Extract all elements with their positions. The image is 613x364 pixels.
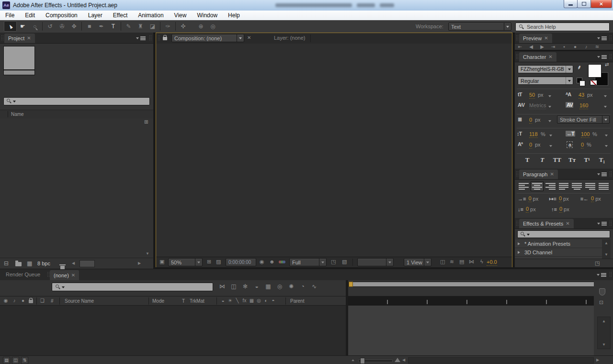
expand-layer-switches-toggle[interactable]: ▤ [3,357,10,364]
timeline-track-area[interactable] [348,306,594,355]
close-icon[interactable]: ✕ [550,170,554,179]
panel-gripper[interactable] [516,171,518,177]
tab-effects-presets[interactable]: Effects & Presets ✕ [519,219,574,228]
tracking-value[interactable]: 160 [579,102,588,109]
timeline-horizontal-scrollbar[interactable] [408,357,594,364]
scroll-down-icon[interactable]: ▼ [602,252,611,257]
panel-gripper[interactable] [516,54,518,60]
audio-toggle-button[interactable]: ♪ [583,44,590,50]
justify-last-right-button[interactable] [584,182,596,191]
stroke-mode-dropdown[interactable]: Stroke Over Fill [557,115,610,124]
snapshot-camera-icon[interactable]: ◉ [260,259,264,265]
vertical-scale-value[interactable]: 118 [529,131,538,138]
toolbar-separator[interactable] [42,22,43,31]
twirl-right-icon[interactable] [518,251,522,254]
chevron-down-icon[interactable] [548,120,551,124]
grid-icon[interactable]: ▨ [216,259,221,265]
tab-layer[interactable]: Layer: (none) [274,35,305,41]
close-icon[interactable]: ✕ [544,34,548,43]
video-eye-icon[interactable]: ◉ [3,298,9,303]
type-tool[interactable]: T [107,22,119,31]
chevron-down-icon[interactable] [604,106,607,109]
comp-button-icon[interactable]: ⊡ [599,299,613,306]
toolbar-separator[interactable] [81,22,82,31]
panel-menu-icon[interactable] [597,221,607,227]
audio-icon[interactable]: ♪ [11,298,17,303]
eraser-tool[interactable]: ◪ [147,22,159,31]
comp-marker-bin-icon[interactable] [599,288,605,296]
panel-gripper[interactable] [1,35,3,41]
zoom-tool[interactable]: ○ [29,22,41,31]
indent-left-margin-field[interactable]: →≡ 0 px [518,195,549,202]
font-size-value[interactable]: 50 [529,92,535,99]
font-family-dropdown[interactable]: FZZhengHeiS-R-GB [518,65,573,73]
panel-gripper[interactable] [516,220,518,227]
safe-zones-icon[interactable]: ⊞ [207,259,211,265]
space-before-field[interactable]: ↓≡ 0 px [518,206,551,213]
scroll-right-icon[interactable]: ▶ [138,261,141,266]
draft-3d-icon[interactable]: ✻ [239,283,251,290]
tab-paragraph[interactable]: Paragraph ✕ [519,170,558,179]
menu-animation[interactable]: Animation [133,11,169,20]
tab-render-queue[interactable]: Render Queue [6,272,40,277]
panel-gripper[interactable] [609,272,612,278]
project-flowchart-icon[interactable]: ⊞ [144,119,148,125]
toolbar-separator[interactable] [121,22,121,31]
zoom-out-mountain-icon[interactable] [352,359,354,361]
hand-tool[interactable]: ☛ [17,22,29,31]
quality-switch-icon[interactable]: ╲ [234,298,241,303]
label-column-icon[interactable]: ❑ [40,298,45,303]
kerning-value[interactable]: Metrics [529,102,546,109]
indent-first-line-field[interactable]: ↦≡ 0 px [549,195,580,202]
ram-preview-button[interactable]: ≋ [594,44,601,50]
timeline-search-input[interactable] [52,283,213,291]
align-center-button[interactable] [531,182,543,191]
close-icon[interactable]: ✕ [71,271,75,280]
project-bpc-button[interactable]: 8 bpc [37,261,50,266]
panel-gripper[interactable] [516,35,518,41]
roto-brush-tool[interactable]: ✑ [162,22,174,31]
effects-category-row[interactable]: * Animation Presets [515,239,602,248]
scroll-down-icon[interactable]: ▼ [598,342,610,347]
superscript-button[interactable]: T¹ [581,156,593,164]
menu-file[interactable]: File [0,11,20,20]
all-caps-button[interactable]: TT [551,156,563,164]
expand-in-out-stretch-toggle[interactable]: ⇅ [21,357,28,364]
axis-mode-icon[interactable]: ⊕ [195,22,207,31]
effects-search-input[interactable] [517,230,610,238]
indent-right-margin-field[interactable]: ≡← 0 px [580,195,612,202]
toolbar-separator[interactable] [175,22,176,31]
panel-menu-icon[interactable] [597,172,607,177]
timeline-vertical-scrollbar[interactable]: ▲ ▼ [597,317,611,349]
tab-project[interactable]: Project ✕ [4,34,35,43]
scroll-left-icon[interactable]: ◀ [72,261,75,266]
menu-help[interactable]: Help [223,11,245,20]
panel-gripper[interactable] [609,220,612,227]
close-button[interactable]: ✕ [590,0,612,8]
tab-timeline-none[interactable]: (none) ✕ [50,270,79,280]
new-folder-icon[interactable] [15,262,22,266]
swap-fill-stroke-icon[interactable]: ⇄ [605,62,609,67]
minimize-button[interactable] [564,0,578,8]
justify-last-left-button[interactable] [558,182,570,191]
tab-preview[interactable]: Preview ✕ [519,34,552,43]
panel-gripper[interactable] [609,54,612,60]
fast-previews-icon[interactable]: ≋ [450,259,454,265]
region-of-interest-icon[interactable]: ◳ [331,259,336,265]
font-style-dropdown[interactable]: Regular [518,77,573,85]
chevron-down-icon[interactable] [549,145,552,148]
timeline-button-icon[interactable]: ▤ [459,259,464,265]
chevron-down-icon[interactable] [548,106,551,109]
selection-tool[interactable]: ▲ [4,21,17,32]
timeline-zoom-slider-knob[interactable] [360,358,365,364]
menu-layer[interactable]: Layer [83,11,108,20]
menu-composition[interactable]: Composition [40,11,83,20]
trkmat-column-header[interactable]: TrkMat [190,298,204,304]
puppet-pin-tool[interactable]: ✜ [177,22,189,31]
transparency-grid-icon[interactable]: ▧ [342,259,347,265]
frame-blending-icon[interactable]: ▦ [262,283,274,290]
frame-blend-switch-icon[interactable]: ▦ [248,298,255,303]
time-ruler[interactable] [348,300,594,304]
source-name-column-header[interactable]: Source Name [65,298,94,304]
horizontal-scale-value[interactable]: 100 [581,131,590,138]
